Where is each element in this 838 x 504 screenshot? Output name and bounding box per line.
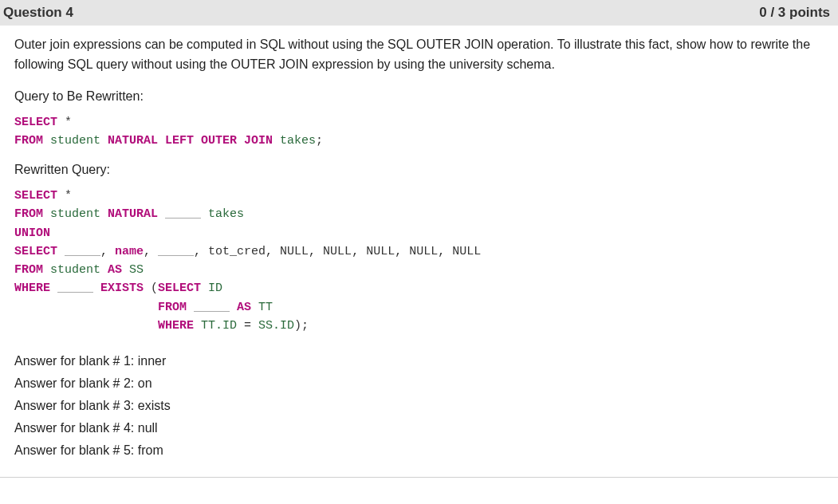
kw-join: JOIN [237,134,273,148]
kw-outer: OUTER [194,134,237,148]
pad8 [14,319,158,333]
tok-comma2: , [144,245,158,258]
answer-4: Answer for blank # 4: null [14,421,824,435]
blank-1: _____ [158,207,208,221]
tok-semi: ; [316,134,323,148]
answer-2: Answer for blank # 2: on [14,376,824,391]
pad7 [14,301,158,314]
question-prompt: Outer join expressions can be computed i… [14,35,824,75]
blank-5: _____ [187,301,237,314]
kw-select2: SELECT [14,189,57,203]
kw-exists: EXISTS [100,282,144,295]
tok-rest: , tot_cred, NULL, NULL, NULL, NULL, NULL [194,245,481,258]
tok-star2: * [57,189,72,203]
question-points: 0 / 3 points [759,5,830,21]
answer-1: Answer for blank # 1: inner [14,354,824,368]
kw-select4: SELECT [158,282,201,295]
kw-natural2: NATURAL [108,207,158,221]
blank-2: _____ [57,245,100,258]
id-takes2: takes [208,207,244,221]
id-tt: TT [251,301,273,314]
rewritten-query-code: SELECT * FROM student NATURAL _____ take… [14,187,824,335]
answers-block: Answer for blank # 1: inner Answer for b… [14,354,824,458]
kw-from2: FROM [14,207,43,221]
kw-left: LEFT [158,134,194,148]
tok-star: * [57,116,72,129]
blank-4: _____ [50,282,100,295]
question-header: Question 4 0 / 3 points [0,0,838,26]
kw-union: UNION [14,226,50,240]
id-ssid: SS.ID [251,319,294,333]
id-student3: student [43,263,108,277]
tok-comma1: , [100,245,115,258]
blank-3: _____ [158,245,194,258]
answer-5: Answer for blank # 5: from [14,443,824,458]
kw-from3: FROM [14,263,43,277]
kw-select3: SELECT [14,245,57,258]
kw-where: WHERE [14,282,50,295]
tok-paren: ( [144,282,158,295]
kw-from4: FROM [158,301,187,314]
id-takes: takes [273,134,316,148]
rewritten-query-label: Rewritten Query: [14,163,824,177]
tok-eq: = [244,319,251,333]
question-body: Outer join expressions can be computed i… [0,26,838,477]
kw-where2: WHERE [158,319,194,333]
tok-close: ); [294,319,309,333]
id-ss: SS [122,263,144,277]
kw-from: FROM [14,134,43,148]
id-student2: student [43,207,108,221]
id-ttid: TT.ID [194,319,244,333]
answer-3: Answer for blank # 3: exists [14,399,824,413]
kw-as2: AS [237,301,251,314]
id-student: student [43,134,108,148]
id-id: ID [201,282,222,295]
kw-select: SELECT [14,116,57,129]
kw-as: AS [108,263,122,277]
question-title: Question 4 [3,5,73,21]
kw-natural: NATURAL [108,134,158,148]
original-query-label: Query to Be Rewritten: [14,89,824,104]
original-query-code: SELECT * FROM student NATURAL LEFT OUTER… [14,113,824,151]
kw-name: name [115,245,144,258]
question-container: Question 4 0 / 3 points Outer join expre… [0,0,838,478]
